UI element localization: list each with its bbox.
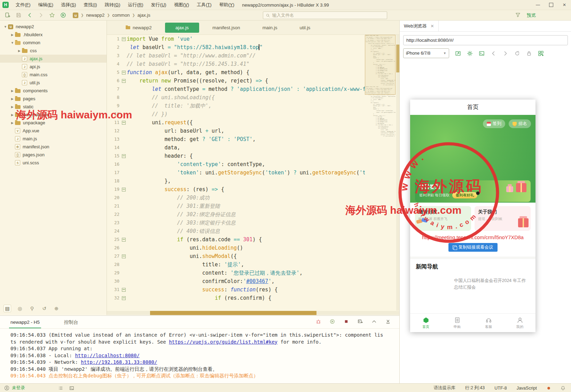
tree-item-uni-modules[interactable]: ▶uni_modules	[0, 111, 107, 119]
terminal-small-icon[interactable]	[69, 386, 74, 391]
screen-size-icon[interactable]	[455, 50, 461, 56]
stop-icon[interactable]	[344, 319, 349, 324]
code-line[interactable]: 24 // 400:错误信息	[107, 227, 365, 235]
code-line[interactable]: 10 // })	[107, 110, 365, 118]
menu-item-Y[interactable]: 帮助(Y)	[216, 0, 238, 10]
log-link[interactable]: http://localhost:8080/	[75, 353, 139, 358]
sidebar-strip-icon-2[interactable]: ◎	[16, 305, 23, 312]
chevron-right-icon[interactable]: ▶	[10, 89, 15, 93]
code-line[interactable]: 20 // 200:成功	[107, 194, 365, 202]
filter-funnel-icon[interactable]	[515, 12, 521, 17]
console-tab-project[interactable]: newapp2 - H5	[9, 320, 41, 328]
chevron-right-icon[interactable]: ▶	[17, 49, 22, 53]
breadcrumb-item[interactable]: ajax.js	[138, 13, 150, 18]
fold-gutter[interactable]	[121, 252, 127, 260]
collapse-icon[interactable]	[371, 319, 377, 324]
menu-item-I[interactable]: 查找(I)	[80, 0, 101, 10]
hero-badge-trophy[interactable]: 排名	[509, 119, 531, 128]
line-number[interactable]: 6	[107, 77, 121, 85]
chevron-down-icon[interactable]: ▼	[3, 25, 8, 29]
code-line[interactable]: 12 url: baseUrl + url,	[107, 127, 365, 135]
line-number[interactable]: 14	[107, 143, 121, 152]
menu-item-U[interactable]: 发行(U)	[147, 0, 170, 10]
star-icon[interactable]	[49, 12, 55, 18]
fold-gutter[interactable]	[121, 294, 127, 302]
code-line[interactable]: 26 uni.hideLoading()	[107, 244, 365, 252]
back-icon[interactable]	[26, 12, 33, 18]
code-line[interactable]: 7 let contentType = method ? 'applicatio…	[107, 85, 365, 93]
line-number[interactable]: 18	[107, 177, 121, 185]
line-number[interactable]: 20	[107, 194, 121, 202]
back-icon[interactable]	[491, 50, 496, 56]
editor-tab-util-js[interactable]: util.js	[290, 21, 319, 34]
tree-item-main-js[interactable]: Jmain.js	[0, 135, 107, 143]
vertical-scrollbar[interactable]	[396, 35, 399, 311]
line-number[interactable]: 9	[107, 102, 121, 110]
tree-item-App-vue[interactable]: VApp.vue	[0, 127, 107, 135]
tree-item-unpackage[interactable]: ▶unpackage	[0, 119, 107, 127]
clear-icon[interactable]	[385, 319, 391, 324]
hero-badge-calendar[interactable]: 签到	[483, 119, 505, 128]
tree-item-static[interactable]: ▶static	[0, 103, 107, 111]
fold-minus-icon[interactable]	[122, 79, 126, 83]
menu-item-S[interactable]: 选择(S)	[57, 0, 80, 10]
line-number[interactable]: 1	[107, 35, 121, 43]
vertical-scrollbar-thumb[interactable]	[396, 45, 399, 72]
fold-minus-icon[interactable]	[122, 238, 126, 242]
bell-icon[interactable]	[561, 386, 565, 391]
line-number[interactable]: 7	[107, 85, 121, 93]
close-tab-icon[interactable]: ✕	[431, 24, 434, 29]
settings-icon[interactable]	[467, 50, 473, 56]
editor-tab-newapp2[interactable]: newapp2	[117, 21, 161, 34]
horizontal-scrollbar[interactable]	[107, 311, 399, 315]
chevron-right-icon[interactable]: ▶	[10, 105, 15, 109]
forward-icon[interactable]	[38, 12, 44, 18]
chevron-right-icon[interactable]: ▶	[10, 113, 15, 117]
fold-gutter[interactable]	[121, 77, 127, 85]
code-line[interactable]: 9 // title: '加载中',	[107, 102, 365, 110]
status-item-1[interactable]: 语法提示库	[433, 385, 455, 391]
fold-minus-icon[interactable]	[122, 288, 126, 292]
code-line[interactable]: 15 header: {	[107, 152, 365, 160]
breadcrumb-item[interactable]: common	[112, 13, 130, 18]
tree-item-ajax-js[interactable]: Jajax.js	[0, 55, 107, 63]
console-tab-console[interactable]: 控制台	[63, 319, 80, 328]
tree-item--hbuilderx[interactable]: ▶.hbuilderx	[0, 31, 107, 39]
login-status[interactable]: 未登录	[12, 385, 25, 391]
fold-gutter[interactable]	[121, 285, 127, 294]
fold-minus-icon[interactable]	[122, 71, 126, 75]
fold-gutter[interactable]	[121, 152, 127, 160]
sidebar-strip-icon-4[interactable]: ↺	[41, 305, 48, 312]
fold-minus-icon[interactable]	[122, 37, 126, 41]
terminal-add-icon[interactable]	[358, 319, 363, 324]
tree-item-pages[interactable]: ▶pages	[0, 95, 107, 103]
line-number[interactable]: 31	[107, 285, 121, 294]
browser-tab[interactable]: Web浏览器 ✕	[400, 21, 439, 31]
maximize-button[interactable]	[545, 0, 558, 10]
editor-tab-main-js[interactable]: main.js	[253, 21, 287, 34]
url-input[interactable]: http://localhost:8080/#/	[403, 35, 568, 45]
log-link[interactable]: https://vuejs.org/guide/list.html#key	[169, 339, 277, 345]
save-icon[interactable]	[15, 12, 22, 18]
horizontal-scrollbar-thumb[interactable]	[150, 311, 316, 315]
line-number[interactable]: 15	[107, 152, 121, 160]
feature-card-1[interactable]: 邀请好友赋能发展 群雁齐飞	[415, 206, 471, 231]
code-line[interactable]: 16 'content-type': contentType,	[107, 160, 365, 168]
code-line[interactable]: 17 'token': uni.getStorageSync('token') …	[107, 168, 365, 177]
menu-item-E[interactable]: 编辑(E)	[34, 0, 57, 10]
code-line[interactable]: 4// let baseUrl = "http://156.245.13.41"	[107, 60, 365, 68]
chevron-right-icon[interactable]: ▶	[10, 33, 15, 37]
sidebar-strip-icon-1[interactable]: ▤	[3, 305, 11, 312]
news-item[interactable]: 中国人口福利基金会召开2024 年工作总结汇报会	[416, 277, 530, 291]
code-line[interactable]: 22 // 302:绑定身份证信息	[107, 210, 365, 219]
code-line[interactable]: 18 },	[107, 177, 365, 185]
tab-doc[interactable]: 申购	[441, 314, 473, 332]
tab-user[interactable]: 我的	[504, 314, 535, 332]
code-line[interactable]: 5function ajax(url, data, get, method) {	[107, 68, 365, 77]
qrcode-icon[interactable]	[538, 50, 544, 56]
code-line[interactable]: 8 // uni.showLoading({	[107, 93, 365, 102]
code-line[interactable]: 32 if (res.confirm) {	[107, 294, 365, 302]
minimap-viewport[interactable]	[365, 35, 396, 95]
sidebar-strip-icon-5[interactable]: ⊕	[53, 305, 60, 312]
line-number[interactable]: 32	[107, 294, 121, 302]
